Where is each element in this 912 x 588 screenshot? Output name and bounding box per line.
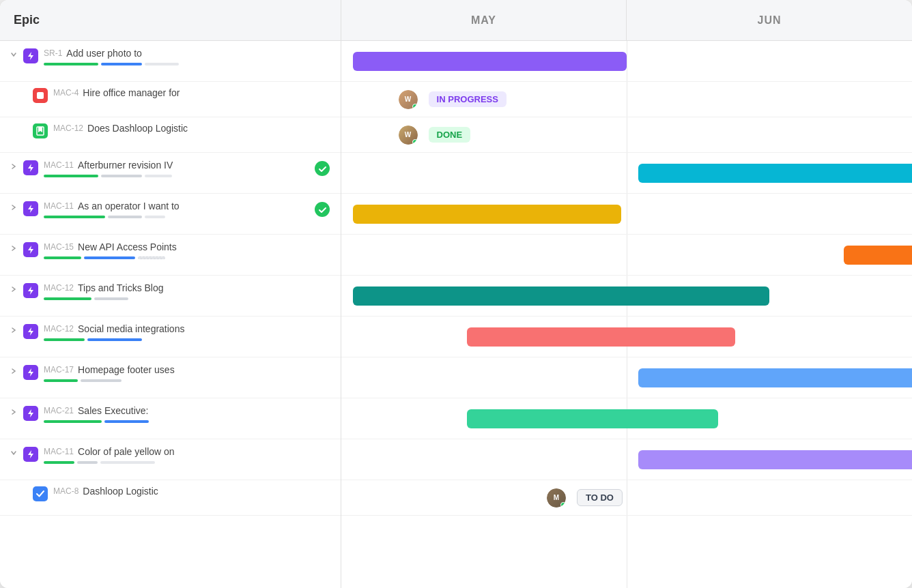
row-id-sr1: SR-1 [44,48,62,58]
gantt-row-mac11c [341,439,912,480]
row-title-mac11c: Color of pale yellow on [78,446,175,457]
progress-bars-sr1 [44,63,330,65]
progress-light [145,175,172,177]
header-months: MAY JUN [341,0,912,40]
gantt-row-mac12b [341,276,912,317]
expand-btn-mac11c[interactable] [8,447,19,458]
progress-light [145,216,165,218]
progress-dash [138,256,165,259]
icon-bolt-mac11c [23,447,38,462]
expand-btn-mac17[interactable] [8,366,19,377]
avatar-mac8: M [547,488,566,508]
sidebar: SR-1 Add user photo to M [0,41,341,588]
row-title-mac15: New API Access Points [78,241,177,252]
progress-bars-mac17 [44,379,330,382]
icon-stop-mac4 [33,88,48,103]
row-id-mac21: MAC-21 [44,406,74,415]
expand-btn-mac12c[interactable] [8,325,19,336]
epic-label: Epic [14,13,40,27]
app-container: Epic MAY JUN SR- [0,0,912,588]
check-badge-mac11a [315,161,330,176]
avatar-dot-mac4 [412,104,418,109]
status-badge-in-progress: IN PROGRESS [429,91,507,107]
header: Epic MAY JUN [0,0,912,41]
expand-btn-mac15[interactable] [8,243,19,254]
progress-green [44,216,105,218]
progress-bars-mac12c [44,338,330,341]
gantt-status-mac12: W DONE [399,126,471,145]
header-epic-label: Epic [0,0,341,40]
expand-btn-mac12b[interactable] [8,284,19,295]
expand-btn-mac21[interactable] [8,407,19,417]
sidebar-row-mac12c: MAC-12 Social media integrations [0,317,341,357]
header-month-jun: JUN [627,0,912,40]
row-title-sr1: Add user photo to [66,48,142,59]
row-title-mac11a: Afterburner revision IV [78,160,173,171]
gantt-row-mac12-child: W DONE [341,117,912,153]
row-title-mac11b: As an operator I want to [78,201,180,211]
avatar-dot-mac8 [560,502,566,508]
gantt-row-mac21 [341,398,912,439]
row-content-mac21: MAC-21 Sales Executive: [44,405,330,423]
icon-check-mac8 [33,486,48,501]
progress-green [44,256,81,259]
progress-gray-sr1 [145,63,179,65]
row-id-mac4: MAC-4 [53,88,79,98]
row-title-mac12a: Does Dashloop Logistic [87,123,188,134]
progress-blue [84,256,135,259]
gantt-chart: W IN PROGRESS W DONE [341,41,912,588]
sidebar-row-mac11a: MAC-11 Afterburner revision IV [0,153,341,194]
progress-blue-sr1 [101,63,142,65]
progress-green-sr1 [44,63,98,65]
gantt-bar-mac12c [467,327,735,347]
row-title-mac8: Dashloop Logistic [83,486,158,497]
gantt-row-sr1 [341,41,912,82]
row-content-mac12c: MAC-12 Social media integrations [44,323,330,341]
gantt-bar-mac21 [467,409,718,428]
row-content-sr1: SR-1 Add user photo to [44,48,330,65]
row-content-mac8: MAC-8 Dashloop Logistic [53,486,330,501]
row-title-mac4: Hire office manager for [83,87,180,98]
row-content-mac11a: MAC-11 Afterburner revision IV [44,160,309,177]
sidebar-row-mac12b: MAC-12 Tips and Tricks Blog [0,276,341,317]
icon-bolt-mac12c [23,324,38,339]
progress-green [44,175,98,177]
row-id-mac12b: MAC-12 [44,283,74,293]
sidebar-row-mac15: MAC-15 New API Access Points [0,235,341,276]
gantt-bar-mac11c [638,450,912,469]
gantt-row-mac8: M TO DO [341,480,912,516]
sidebar-row-mac11b: MAC-11 As an operator I want to [0,194,341,235]
row-content-mac11b: MAC-11 As an operator I want to [44,201,309,218]
gantt-bar-mac11b [353,205,621,224]
check-badge-mac11b [315,202,330,217]
status-badge-todo: TO DO [577,489,623,506]
row-id-mac12c: MAC-12 [44,324,74,334]
progress-gray [108,216,142,218]
row-title-mac17: Homepage footer uses [78,364,175,375]
icon-bolt-mac21 [23,406,38,421]
expand-btn-mac11a[interactable] [8,161,19,172]
icon-bolt-mac11a [23,160,38,175]
row-id-mac17: MAC-17 [44,365,74,374]
sidebar-row-mac21: MAC-21 Sales Executive: [0,398,341,439]
icon-bolt-sr1 [23,48,38,63]
gantt-row-mac15 [341,235,912,276]
expand-btn-sr1[interactable] [8,49,19,60]
sidebar-row-sr1: SR-1 Add user photo to [0,41,341,82]
header-month-may: MAY [341,0,627,40]
icon-bolt-mac12b [23,283,38,298]
progress-bars-mac11c [44,461,330,464]
sidebar-row-mac17: MAC-17 Homepage footer uses [0,357,341,398]
progress-bars-mac15 [44,256,330,259]
avatar-mac12: W [399,126,418,145]
row-title-mac21: Sales Executive: [78,405,149,416]
row-id-mac8: MAC-8 [53,486,79,496]
expand-btn-mac11b[interactable] [8,202,19,213]
row-id-mac12a: MAC-12 [53,123,83,133]
row-id-mac11b: MAC-11 [44,201,74,211]
gantt-row-mac17 [341,357,912,398]
icon-bolt-mac17 [23,365,38,380]
gantt-bar-mac12b [353,286,769,306]
gantt-row-mac4: W IN PROGRESS [341,82,912,117]
row-content-mac4: MAC-4 Hire office manager for [53,87,330,102]
